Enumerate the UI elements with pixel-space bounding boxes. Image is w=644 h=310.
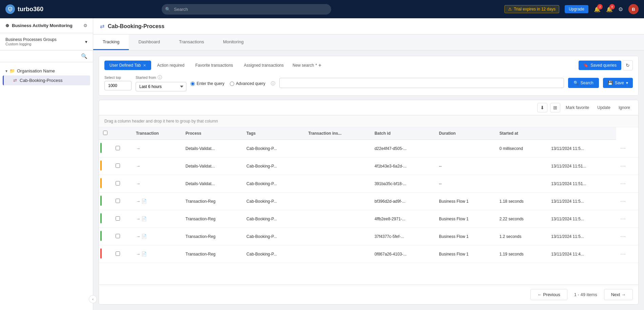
columns-button[interactable]: ⊞ — [550, 103, 560, 112]
radio-enter-query[interactable]: Enter the query — [190, 81, 224, 86]
sidebar-title: ⊕ Business Activity Monitoring — [5, 23, 73, 28]
row-arrow-icon[interactable]: → — [136, 163, 140, 169]
row-arrow-icon[interactable]: → — [136, 251, 140, 257]
settings-icon[interactable]: ⚙ — [618, 6, 623, 13]
row-doc-icon[interactable]: 📄 — [141, 234, 147, 239]
row-checkbox[interactable] — [116, 146, 120, 150]
sidebar-search-icon[interactable]: 🔍 — [81, 53, 87, 59]
started-at-cell: 13/11/2024 11:4... — [547, 245, 616, 263]
row-checkbox[interactable] — [116, 163, 120, 168]
sub-tabs-row: User Defined Tab ✕ Action required Favor… — [104, 60, 633, 70]
notifications-icon-1[interactable]: 🔔 3 — [594, 6, 601, 13]
row-checkbox[interactable] — [116, 234, 120, 238]
trial-text: Trial expires in 12 days — [514, 7, 556, 12]
row-more-button[interactable]: ··· — [620, 198, 626, 204]
select-top-input[interactable] — [104, 81, 132, 90]
sub-tab-favorite[interactable]: Favorite transactions — [190, 61, 238, 70]
sub-tab-new-search[interactable]: New search * + — [290, 60, 324, 70]
tab-tracking[interactable]: Tracking — [93, 35, 129, 50]
status-bar — [100, 248, 102, 259]
avatar[interactable]: B — [628, 4, 639, 14]
tab-monitoring[interactable]: Monitoring — [214, 35, 253, 50]
transaction-cell: Transaction-Reg — [181, 228, 242, 245]
saved-queries-label: Saved queries — [590, 63, 617, 68]
previous-label: ← Previous — [538, 292, 560, 297]
row-checkbox-cell — [112, 175, 132, 193]
ignore-button[interactable]: Ignore — [616, 104, 633, 112]
row-arrow-icon[interactable]: → — [136, 216, 140, 221]
global-search-input[interactable] — [162, 4, 331, 15]
row-checkbox[interactable] — [116, 216, 120, 221]
sub-tab-assigned[interactable]: Assigned transactions — [239, 61, 288, 70]
row-arrow-icon[interactable]: → — [136, 199, 140, 204]
nav-right: ⚠ Trial expires in 12 days Upgrade 🔔 3 🔔… — [504, 4, 639, 14]
col-started-at[interactable]: Started at — [495, 127, 547, 140]
search-button[interactable]: 🔍 Search — [568, 78, 599, 88]
upgrade-button[interactable]: Upgrade — [565, 5, 588, 13]
row-checkbox[interactable] — [116, 251, 120, 256]
col-duration[interactable]: Duration — [435, 127, 495, 140]
tab-transactions[interactable]: Transactions — [169, 35, 214, 50]
page-info: 1 - 49 items — [570, 292, 601, 297]
process-cell: Cab-Booking-P... — [242, 175, 304, 193]
row-more-button[interactable]: ··· — [620, 251, 626, 257]
row-doc-icon[interactable]: 📄 — [141, 216, 147, 221]
col-tags[interactable]: Tags — [242, 127, 304, 140]
close-icon[interactable]: ✕ — [143, 63, 146, 68]
plus-icon[interactable]: + — [318, 62, 321, 68]
select-all-checkbox[interactable] — [103, 131, 107, 135]
started-from-select[interactable]: Last 6 hours Last 12 hours Last 24 hours… — [136, 82, 186, 91]
row-more-button[interactable]: ··· — [620, 145, 626, 151]
row-more-button[interactable]: ··· — [620, 234, 626, 239]
row-arrow-icon[interactable]: → — [136, 181, 140, 186]
save-button[interactable]: 💾 Save ▾ — [603, 78, 633, 88]
row-arrow-icon[interactable]: → — [136, 234, 140, 239]
row-checkbox[interactable] — [116, 181, 120, 185]
duration-cell: 1.19 seconds — [495, 245, 547, 263]
sidebar-nav-group[interactable]: Business Processes Groups Custom logging… — [0, 33, 93, 50]
radio-advanced-query[interactable]: Advanced query — [230, 81, 265, 86]
row-checkbox[interactable] — [116, 199, 120, 203]
row-doc-icon[interactable]: 📄 — [141, 251, 147, 257]
sidebar-settings-icon[interactable]: ⚙ — [83, 23, 87, 28]
main-content: ⇄ Cab-Booking-Process Tracking Dashboard… — [93, 18, 644, 310]
notification-badge-1: 3 — [597, 4, 603, 9]
download-button[interactable]: ⬇ — [537, 103, 547, 112]
sidebar-collapse-button[interactable]: ‹ — [89, 295, 97, 303]
tab-dashboard[interactable]: Dashboard — [129, 35, 169, 50]
tree-group-org-header[interactable]: ▾ 📁 Organisation Name — [3, 66, 90, 75]
col-checkbox — [99, 127, 112, 140]
duration-cell: 2.22 seconds — [495, 210, 547, 228]
col-process[interactable]: Process — [181, 127, 242, 140]
refresh-button[interactable]: ↻ — [623, 60, 633, 70]
query-mode-info-icon[interactable]: ⓘ — [271, 81, 275, 87]
col-transaction-ins[interactable]: Transaction ins... — [304, 127, 370, 140]
previous-button[interactable]: ← Previous — [530, 289, 567, 300]
next-button[interactable]: Next → — [604, 289, 633, 300]
table-container[interactable]: Transaction Process Tags Transaction ins… — [99, 127, 638, 285]
col-batch-id[interactable]: Batch id — [370, 127, 435, 140]
row-more-button[interactable]: ··· — [620, 163, 626, 169]
col-transaction[interactable]: Transaction — [132, 127, 181, 140]
query-mode-group: Enter the query Advanced query ⓘ — [190, 79, 275, 87]
update-button[interactable]: Update — [595, 104, 613, 112]
asterisk-icon: * — [315, 63, 317, 68]
query-input[interactable] — [279, 78, 564, 88]
sidebar-nav-item-bp[interactable]: Business Processes Groups Custom logging… — [5, 37, 87, 47]
saved-queries-button[interactable]: 🔖 Saved queries — [579, 61, 621, 70]
row-doc-icon[interactable]: 📄 — [141, 199, 147, 204]
table-row: → 📄Transaction-RegCab-Booking-P...4ffb2e… — [99, 210, 638, 228]
table-toolbar: ⬇ ⊞ Mark favorite Update Ignore — [99, 100, 638, 115]
table-row: →Details-Validat...Cab-Booking-P...d22e4… — [99, 140, 638, 157]
row-more-button[interactable]: ··· — [620, 216, 626, 222]
sub-tab-user-defined[interactable]: User Defined Tab ✕ — [104, 61, 151, 70]
mark-favorite-button[interactable]: Mark favorite — [563, 104, 592, 112]
row-more-button[interactable]: ··· — [620, 181, 626, 186]
sub-tab-action-required[interactable]: Action required — [153, 61, 189, 70]
row-arrow-icon[interactable]: → — [136, 146, 140, 151]
started-at-cell: 13/11/2024 11:51... — [547, 157, 616, 175]
started-from-info-icon[interactable]: ⓘ — [158, 74, 162, 81]
process-icon: ⇄ — [13, 78, 17, 83]
notifications-icon-2[interactable]: 🔔 8 — [606, 6, 613, 13]
sidebar-item-cab-booking[interactable]: ⇄ Cab-Booking-Process — [3, 75, 90, 85]
